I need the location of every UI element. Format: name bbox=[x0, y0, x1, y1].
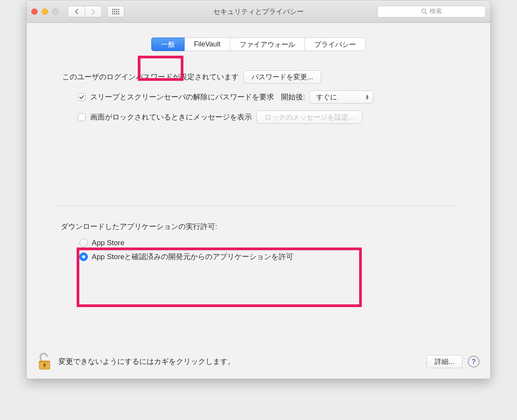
radio-appstore-identified-label: App Storeと確認済みの開発元からのアプリケーションを許可 bbox=[92, 252, 294, 262]
svg-rect-11 bbox=[118, 13, 119, 14]
forward-button[interactable] bbox=[85, 6, 102, 17]
change-password-button[interactable]: パスワードを変更... bbox=[243, 70, 321, 84]
nav-buttons bbox=[68, 6, 102, 17]
titlebar: セキュリティとプライバシー 検索 bbox=[27, 0, 490, 23]
login-password-row: このユーザのログインパスワードが設定されています パスワードを変更... bbox=[58, 70, 459, 84]
set-lock-message-button[interactable]: ロックのメッセージを設定... bbox=[257, 111, 362, 124]
maximize-window-button[interactable] bbox=[52, 9, 58, 15]
svg-rect-17 bbox=[44, 365, 45, 367]
unlocked-padlock-icon bbox=[38, 352, 51, 371]
svg-rect-6 bbox=[116, 11, 117, 12]
show-lock-message-checkbox[interactable] bbox=[78, 113, 86, 121]
tab-filevault[interactable]: FileVault bbox=[185, 38, 230, 51]
require-password-delay-value: すぐに bbox=[316, 92, 337, 102]
checkmark-icon bbox=[79, 94, 84, 100]
svg-rect-1 bbox=[114, 9, 115, 10]
footer: 変更できないようにするにはカギをクリックします。 詳細... ? bbox=[27, 348, 490, 379]
svg-rect-0 bbox=[112, 9, 113, 10]
tab-firewall[interactable]: ファイアウォール bbox=[230, 38, 305, 51]
svg-rect-3 bbox=[118, 9, 119, 10]
require-password-delay-select[interactable]: すぐに ▲▼ bbox=[310, 90, 373, 104]
radio-appstore-label: App Store bbox=[92, 239, 125, 247]
radio-appstore[interactable] bbox=[79, 239, 88, 247]
show-lock-message-label: 画面がロックされているときにメッセージを表示 bbox=[90, 112, 252, 122]
pane: 一般 FileVault ファイアウォール プライバシー このユーザのログインパ… bbox=[27, 23, 490, 379]
content-area: このユーザのログインパスワードが設定されています パスワードを変更... スリー… bbox=[27, 51, 490, 262]
lock-hint-text: 変更できないようにするにはカギをクリックします。 bbox=[58, 357, 235, 367]
lock-message-row: 画面がロックされているときにメッセージを表示 ロックのメッセージを設定... bbox=[58, 111, 459, 124]
back-button[interactable] bbox=[68, 6, 85, 17]
tabbar: 一般 FileVault ファイアウォール プライバシー bbox=[27, 38, 490, 51]
chevron-left-icon bbox=[74, 9, 79, 14]
window-controls bbox=[31, 9, 58, 15]
minimize-window-button[interactable] bbox=[42, 9, 48, 15]
svg-line-13 bbox=[425, 12, 427, 14]
svg-rect-8 bbox=[112, 13, 113, 14]
divider bbox=[58, 206, 459, 206]
lock-button[interactable] bbox=[38, 352, 51, 372]
advanced-button[interactable]: 詳細... bbox=[426, 355, 462, 368]
search-wrap: 検索 bbox=[377, 6, 486, 17]
close-window-button[interactable] bbox=[31, 9, 38, 15]
search-input[interactable]: 検索 bbox=[377, 6, 486, 17]
show-all-button[interactable] bbox=[107, 6, 124, 17]
preferences-window: セキュリティとプライバシー 検索 一般 FileVault ファイアウォール プ… bbox=[26, 0, 491, 379]
segmented-tabs: 一般 FileVault ファイアウォール プライバシー bbox=[151, 38, 366, 51]
radio-row-appstore-identified: App Storeと確認済みの開発元からのアプリケーションを許可 bbox=[58, 252, 459, 262]
require-password-row: スリープとスクリーンセーバの解除にパスワードを要求 開始後: すぐに ▲▼ bbox=[58, 90, 459, 104]
login-password-label: このユーザのログインパスワードが設定されています bbox=[62, 72, 239, 82]
require-password-checkbox[interactable] bbox=[78, 93, 86, 101]
tab-privacy[interactable]: プライバシー bbox=[305, 38, 366, 51]
footer-right: 詳細... ? bbox=[426, 355, 479, 368]
svg-rect-15 bbox=[39, 361, 50, 362]
svg-rect-9 bbox=[114, 13, 115, 14]
require-password-after-label: 開始後: bbox=[281, 92, 305, 102]
svg-rect-4 bbox=[112, 11, 113, 12]
search-placeholder: 検索 bbox=[430, 7, 442, 15]
require-password-label: スリープとスクリーンセーバの解除にパスワードを要求 bbox=[90, 92, 274, 102]
tab-general[interactable]: 一般 bbox=[151, 38, 185, 51]
radio-row-appstore: App Store bbox=[58, 239, 459, 247]
radio-appstore-identified[interactable] bbox=[79, 253, 88, 261]
svg-rect-7 bbox=[118, 11, 119, 12]
chevron-right-icon bbox=[91, 9, 96, 14]
select-caret-icon: ▲▼ bbox=[365, 94, 369, 100]
grid-icon bbox=[112, 9, 119, 14]
svg-rect-2 bbox=[116, 9, 117, 10]
help-button[interactable]: ? bbox=[468, 356, 479, 367]
search-icon bbox=[421, 9, 427, 14]
svg-rect-10 bbox=[116, 13, 117, 14]
allow-apps-label: ダウンロードしたアプリケーションの実行許可: bbox=[58, 222, 459, 232]
svg-rect-5 bbox=[114, 11, 115, 12]
